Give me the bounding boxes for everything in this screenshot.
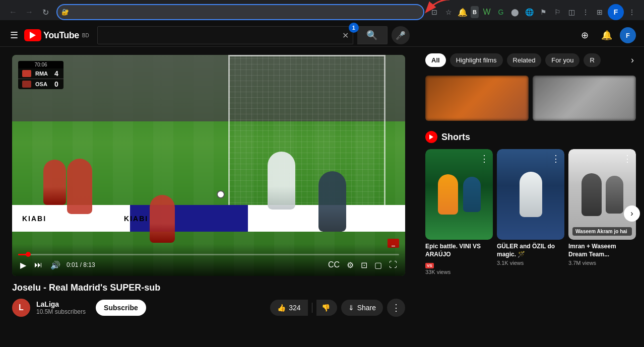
strip-thumb-1[interactable] [425, 76, 529, 121]
extension-bell-icon[interactable]: 🔔 [457, 6, 469, 18]
short-2-menu-button[interactable]: ⋮ [551, 153, 560, 164]
subscribe-button[interactable]: Subscribe [96, 300, 146, 316]
hamburger-menu[interactable]: ☰ [8, 28, 20, 43]
chip-more[interactable]: R [584, 53, 600, 67]
like-count: 324 [289, 304, 300, 312]
controls-row: ▶ ⏭ 🔊 0:01 / 8:13 CC ⚙ ⊡ ▢ ⛶ [18, 259, 399, 271]
short-1-badge-row: VS [425, 263, 434, 268]
share-button[interactable]: ⇓ Share [341, 300, 383, 316]
extension-w-icon[interactable]: W [481, 6, 493, 18]
search-container: LaLiga ✕ 1 [97, 26, 353, 44]
soccer-ball [217, 190, 225, 198]
score-overlay: 70:06 RMA 4 OSA 0 [18, 61, 63, 89]
address-bar[interactable]: youtube.com/watch?v=FMSbbvDCg8w [56, 4, 424, 20]
dislike-button[interactable]: 👎 [316, 300, 337, 316]
share-icon: ⇓ [348, 304, 354, 312]
menu-icon[interactable]: ⋮ [626, 6, 638, 18]
like-divider [312, 303, 312, 313]
player-silhouette-2 [463, 177, 481, 212]
subtitles-button[interactable]: CC [326, 259, 342, 270]
extension-extra2-icon[interactable]: ◫ [565, 6, 577, 18]
chip-for-you[interactable]: For you [545, 53, 579, 67]
logo-area: ☰ YouTube BD [8, 28, 89, 43]
match-time: 70:06 [34, 62, 47, 67]
short-1-info: Epic battle. VINI VS ARAÚJO VS 33K views [425, 240, 493, 278]
nav-buttons: ← → ↻ [6, 5, 52, 19]
extension-globe-icon[interactable]: 🌐 [523, 6, 535, 18]
progress-fill [18, 254, 26, 255]
time-display: 0:01 / 8:13 [67, 261, 95, 268]
skip-button[interactable]: ⏭ [32, 259, 44, 270]
action-buttons: 👍 324 👎 ⇓ Share ⋮ [270, 299, 405, 317]
volume-button[interactable]: 🔊 [48, 259, 62, 271]
channel-name[interactable]: LaLiga [36, 300, 86, 308]
player-silhouette-4 [582, 173, 602, 216]
shorts-next-button[interactable]: › [624, 205, 640, 222]
forward-button[interactable]: → [22, 5, 36, 19]
user-avatar[interactable]: F [620, 27, 636, 43]
search-input[interactable]: LaLiga [98, 31, 338, 39]
like-button[interactable]: 👍 324 [270, 300, 307, 316]
extension-circle-icon[interactable]: ⬤ [509, 6, 521, 18]
fullscreen-button[interactable]: ⛶ [387, 259, 399, 270]
extension-flag-icon[interactable]: ⚑ [537, 6, 549, 18]
yt-logo-icon [24, 29, 41, 41]
extension-b-icon[interactable]: B [471, 6, 479, 18]
yt-logo-sub: BD [82, 33, 89, 38]
short-2-info: GÜLER and ÖZIL do magic. 🪄 3.1K views [497, 240, 564, 269]
back-button[interactable]: ← [6, 5, 20, 19]
header-right: ⊕ 🔔 F [575, 26, 636, 44]
extension-extra4-icon[interactable]: ⊞ [594, 6, 606, 18]
extension-g-icon[interactable]: G [495, 6, 507, 18]
progress-bar[interactable] [18, 254, 399, 255]
short-thumb-2: ⋮ [497, 149, 564, 240]
ad-text-1: KIABI [22, 215, 46, 223]
osa-score: 0 [53, 80, 59, 88]
rma-score: 4 [53, 70, 59, 78]
short-card-1[interactable]: ⋮ Epic battle. VINI VS ARAÚJO VS 33K vie… [425, 149, 493, 278]
timer-display: 70:06 [18, 61, 63, 68]
like-icon: 👍 [277, 304, 286, 312]
yt-logo[interactable]: YouTube BD [24, 29, 89, 41]
chip-all[interactable]: All [425, 53, 446, 67]
short-1-menu-button[interactable]: ⋮ [480, 153, 489, 164]
vs-badge-1: VS [425, 263, 434, 268]
profile-avatar[interactable]: F [608, 4, 624, 20]
notifications-button[interactable]: 🔔 [598, 26, 616, 44]
miniplayer-button[interactable]: ⊡ [359, 259, 369, 271]
theater-button[interactable]: ▢ [372, 259, 384, 271]
share-label: Share [357, 304, 376, 312]
chip-related[interactable]: Related [507, 53, 542, 67]
ctrl-right: CC ⚙ ⊡ ▢ ⛶ [326, 259, 399, 271]
play-button[interactable]: ▶ [18, 259, 28, 271]
arrow-annotation [422, 0, 452, 19]
reload-button[interactable]: ↻ [38, 5, 52, 19]
shorts-icon [425, 131, 437, 143]
channel-subscribers: 10.5M subscribers [36, 308, 86, 315]
settings-button[interactable]: ⚙ [345, 259, 356, 271]
video-title: Joselu - Real Madrid's SUPER-sub [12, 282, 405, 294]
strip-thumb-2[interactable] [533, 76, 636, 121]
extension-extra1-icon[interactable]: ⚐ [551, 6, 563, 18]
score-row-home: RMA 4 [18, 68, 63, 79]
more-options-button[interactable]: ⋮ [387, 299, 405, 317]
chips-next-button[interactable]: › [629, 53, 636, 67]
player-4 [268, 152, 295, 210]
short-3-overlay-text: Waseem Akram jo hai [572, 227, 632, 236]
short-card-2[interactable]: ⋮ GÜLER and ÖZIL do magic. 🪄 3.1K views [497, 149, 564, 278]
shorts-header: Shorts [425, 131, 636, 143]
search-button[interactable]: 🔍 [357, 26, 388, 44]
channel-avatar[interactable]: L [12, 299, 30, 317]
create-button[interactable]: ⊕ [575, 26, 594, 44]
player-silhouette-5 [606, 176, 623, 214]
short-3-menu-button[interactable]: ⋮ [623, 153, 632, 164]
mic-button[interactable]: 🎤 [392, 26, 410, 44]
ad-text-2: HRmotor [67, 215, 104, 223]
extension-extra3-icon[interactable]: ⋮ [579, 6, 592, 18]
chip-highlight-films[interactable]: Highlight films [450, 53, 503, 67]
search-clear-button[interactable]: ✕ [338, 31, 353, 40]
short-thumb-1: ⋮ [425, 149, 493, 240]
video-player[interactable]: KIABI HRmotor KIABI 70:06 RM [12, 55, 405, 276]
short-2-views: 3.1K views [497, 260, 564, 266]
channel-row: L LaLiga 10.5M subscribers Subscribe 👍 3… [12, 299, 405, 317]
